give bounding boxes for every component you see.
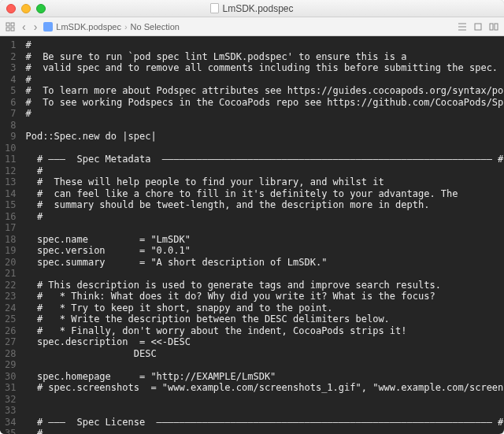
line-number: 25 [5,313,16,325]
line-number: 6 [5,97,16,109]
code-line[interactable]: # To learn more about Podspec attributes… [25,85,504,97]
line-number: 29 [5,359,16,371]
line-number: 22 [5,280,16,291]
code-line[interactable]: # [25,428,504,434]
minimize-button[interactable] [21,4,31,13]
svg-rect-7 [475,24,481,30]
line-number: 34 [5,417,16,428]
line-number: 31 [5,382,16,394]
nav-back-button[interactable]: ‹ [20,20,28,33]
line-number: 26 [5,325,16,337]
zoom-button[interactable] [36,4,46,13]
split-icon[interactable] [488,21,499,32]
line-number: 5 [5,85,16,97]
path-bar: ‹ › LmSDK.podspec › No Selection [0,17,504,36]
line-number: 9 [5,131,16,143]
window-title: LmSDK.podspec [0,3,504,14]
code-line[interactable]: # [25,211,504,223]
svg-rect-2 [6,28,9,31]
code-line[interactable]: # * Think: What does it do? Why did you … [25,291,504,302]
traffic-lights [6,4,46,13]
line-number: 30 [5,371,16,383]
line-number: 10 [5,143,16,154]
code-line[interactable]: Pod::Spec.new do |spec| [25,131,504,143]
code-line[interactable] [25,143,504,154]
code-line[interactable] [25,120,504,132]
line-number: 19 [5,245,16,257]
code-line[interactable]: # These will help people to find your li… [25,176,504,188]
file-icon [43,22,53,32]
line-number: 23 [5,291,16,302]
code-line[interactable] [25,405,504,417]
code-line[interactable]: # spec.screenshots = "www.example.com/sc… [25,382,504,394]
code-line[interactable]: # ――― Spec License ―――――――――――――――――――――… [25,417,504,428]
adjust-icon[interactable] [472,21,484,32]
svg-rect-9 [495,24,498,30]
code-line[interactable]: # * Write the description between the DE… [25,313,504,325]
line-number: 21 [5,268,16,280]
outline-icon[interactable] [457,21,468,32]
line-number: 3 [5,62,16,74]
code-line[interactable]: # valid spec and to remove all comments … [25,62,504,74]
code-line[interactable]: # * Finally, don't worry about the inden… [25,325,504,337]
toolbar-right [457,21,499,32]
close-button[interactable] [6,4,16,13]
line-number: 16 [5,211,16,223]
breadcrumb-separator: › [124,22,128,32]
breadcrumb: LmSDK.podspec › No Selection [43,22,452,32]
line-number: 2 [5,51,16,63]
svg-rect-8 [490,24,493,30]
code-editor[interactable]: 1234567891011121314151617181920212223242… [0,36,504,434]
line-number: 13 [5,176,16,188]
code-line[interactable]: spec.version = "0.0.1" [25,245,504,257]
line-number: 32 [5,394,16,406]
code-line[interactable]: # [25,74,504,86]
line-number: 14 [5,188,16,200]
line-number: 20 [5,257,16,269]
line-number: 18 [5,234,16,246]
code-line[interactable]: # can feel like a chore to fill in it's … [25,188,504,200]
code-line[interactable]: # Be sure to run `pod spec lint LmSDK.po… [25,51,504,63]
line-number: 12 [5,165,16,177]
nav-forward-button[interactable]: › [32,20,39,33]
code-line[interactable]: # [25,165,504,177]
code-line[interactable]: # * Try to keep it short, snappy and to … [25,302,504,314]
code-line[interactable]: # [25,39,504,51]
code-line[interactable]: # summary should be tweet-length, and th… [25,199,504,211]
breadcrumb-selection[interactable]: No Selection [131,22,180,32]
code-line[interactable]: DESC [25,348,504,360]
line-gutter: 1234567891011121314151617181920212223242… [0,36,22,434]
code-line[interactable]: spec.description = <<-DESC [25,336,504,348]
editor-window: LmSDK.podspec ‹ › LmSDK.podspec › No Sel… [0,0,504,434]
code-line[interactable] [25,268,504,280]
line-number: 35 [5,428,16,434]
document-icon [210,3,219,13]
code-area[interactable]: ## Be sure to run `pod spec lint LmSDK.p… [22,36,504,434]
code-line[interactable]: # This description is used to generate t… [25,280,504,291]
line-number: 15 [5,199,16,211]
line-number: 17 [5,222,16,234]
svg-rect-3 [11,28,14,31]
line-number: 33 [5,405,16,417]
line-number: 8 [5,120,16,132]
code-line[interactable] [25,359,504,371]
line-number: 28 [5,348,16,360]
code-line[interactable]: # [25,108,504,120]
line-number: 4 [5,74,16,86]
code-line[interactable]: spec.name = "LmSDK" [25,234,504,246]
line-number: 24 [5,302,16,314]
svg-rect-0 [6,23,9,26]
line-number: 1 [5,39,16,51]
code-line[interactable] [25,222,504,234]
line-number: 11 [5,154,16,165]
title-label: LmSDK.podspec [222,3,293,14]
svg-rect-1 [11,23,14,26]
breadcrumb-file[interactable]: LmSDK.podspec [56,22,121,32]
line-number: 7 [5,108,16,120]
code-line[interactable]: spec.homepage = "http://EXAMPLE/LmSDK" [25,371,504,383]
code-line[interactable]: # ――― Spec Metadata ――――――――――――――――――――… [25,154,504,165]
code-line[interactable] [25,394,504,406]
related-items-icon[interactable] [5,21,16,32]
code-line[interactable]: # To see working Podspecs in the CocoaPo… [25,97,504,109]
code-line[interactable]: spec.summary = "A short description of L… [25,257,504,269]
